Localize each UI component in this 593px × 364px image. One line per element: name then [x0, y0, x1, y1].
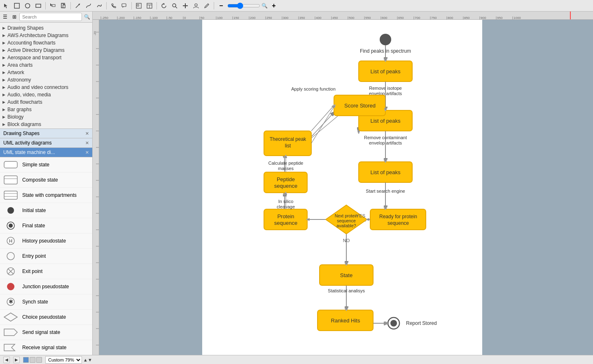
- category-audit[interactable]: ▶ Audit flowcharts: [0, 98, 92, 106]
- panel-uml-state[interactable]: UML state machine di... ✕: [0, 148, 92, 157]
- category-aws[interactable]: ▶ AWS Architecture Diagrams: [0, 32, 92, 39]
- shape-item-initial-state[interactable]: Initial state: [0, 203, 92, 218]
- zoom-plus-btn[interactable]: +: [269, 1, 278, 10]
- page-tool-btn[interactable]: [59, 1, 68, 10]
- page-next-btn[interactable]: ▶: [13, 357, 20, 363]
- zoom-value: 🔍: [261, 3, 268, 9]
- zoom-fit-btn[interactable]: [170, 1, 179, 10]
- category-arrow: ▶: [2, 63, 5, 67]
- panel-grid-btn[interactable]: ⊞: [10, 13, 18, 21]
- category-label: AWS Architecture Diagrams: [7, 33, 68, 38]
- shape-item-entry-point[interactable]: Entry point: [0, 249, 92, 264]
- connection-tool-btn[interactable]: [73, 1, 82, 10]
- panel-uml-activity[interactable]: UML activity diagrams ✕: [0, 138, 92, 148]
- svg-rect-23: [4, 191, 17, 199]
- svg-rect-118: [99, 20, 202, 355]
- panel-drawing-shapes[interactable]: Drawing Shapes ✕: [0, 129, 92, 138]
- composite-state-icon: [3, 174, 18, 186]
- shape-label: State with compartments: [22, 192, 77, 198]
- shape-item-receive-signal[interactable]: Receive signal state: [0, 340, 92, 355]
- shape-item-send-signal[interactable]: Send signal state: [0, 325, 92, 340]
- select-tool-btn[interactable]: [2, 1, 11, 10]
- close-panel-activity[interactable]: ✕: [85, 140, 89, 146]
- category-av-media[interactable]: ▶ Audio, video, media: [0, 91, 92, 98]
- shape-search-input[interactable]: [19, 13, 82, 21]
- protein-seq-rect[interactable]: [264, 209, 307, 230]
- zoom-dropdown[interactable]: Custom 79% 50% 75% 100% 150% 200%: [45, 356, 82, 364]
- swimlane-tool-btn[interactable]: [145, 1, 154, 10]
- category-label: Astronomy: [7, 77, 31, 83]
- svg-marker-40: [4, 344, 15, 351]
- multi-select-btn[interactable]: [48, 1, 57, 10]
- category-arrow: ▶: [2, 70, 5, 75]
- page-tab-3[interactable]: [36, 357, 42, 363]
- category-audio-video[interactable]: ▶ Audio and video connectors: [0, 84, 92, 91]
- close-panel-drawing[interactable]: ✕: [85, 131, 89, 136]
- svg-text:650: 650: [398, 16, 404, 20]
- svg-rect-95: [93, 20, 99, 355]
- end-inner: [390, 320, 397, 327]
- zoom-slider[interactable]: [227, 2, 260, 9]
- phone-tool-btn[interactable]: [109, 1, 118, 10]
- svg-text:600: 600: [382, 16, 388, 20]
- shape-item-junction[interactable]: Junction pseudostate: [0, 279, 92, 294]
- shape-item-choice[interactable]: Choice pseudostate: [0, 310, 92, 325]
- pointer-tool-btn[interactable]: [12, 1, 21, 10]
- ready-protein-rect[interactable]: [370, 209, 426, 230]
- container-tool-btn[interactable]: [134, 1, 143, 10]
- category-area-charts[interactable]: ▶ Area charts: [0, 61, 92, 69]
- zoom-minus-btn[interactable]: −: [217, 1, 226, 10]
- category-accounting[interactable]: ▶ Accounting flowcharts: [0, 39, 92, 47]
- search-icon-btn[interactable]: 🔍: [83, 13, 91, 21]
- svg-marker-38: [4, 313, 17, 321]
- zoom-stepper[interactable]: ▲▼: [83, 357, 92, 362]
- user-btn[interactable]: [191, 1, 201, 10]
- svg-text:900: 900: [481, 16, 486, 20]
- score-stored-label: Score Stored: [344, 103, 376, 109]
- category-biology[interactable]: ▶ Biology: [0, 113, 92, 121]
- peptide-seq-rect[interactable]: [264, 172, 307, 193]
- main-canvas[interactable]: Find peaks in spectrum List of peaks Rem…: [99, 20, 593, 355]
- pan-tool-btn[interactable]: [181, 1, 190, 10]
- category-drawing-shapes[interactable]: ▶ Drawing Shapes: [0, 24, 92, 32]
- bezier-tool-btn[interactable]: [84, 1, 93, 10]
- category-active-directory[interactable]: ▶ Active Directory Diagrams: [0, 47, 92, 54]
- close-panel-state[interactable]: ✕: [85, 150, 89, 155]
- shape-item-synch-state[interactable]: ✱ Synch state: [0, 294, 92, 310]
- panel-header: ☰ ⊞ 🔍: [0, 12, 92, 23]
- category-aerospace[interactable]: ▶ Aerospace and transport: [0, 54, 92, 61]
- pen-tool-btn[interactable]: [202, 1, 211, 10]
- rect-tool-btn[interactable]: [34, 1, 43, 10]
- shape-label: Simple state: [22, 162, 49, 168]
- category-block-diagrams[interactable]: ▶ Block diagrams: [0, 121, 92, 128]
- svg-rect-0: [14, 3, 19, 8]
- callout-tool-btn[interactable]: [120, 1, 129, 10]
- panel-menu-btn[interactable]: ☰: [1, 13, 9, 21]
- canvas-area[interactable]: -250 -200 -150 -100 -50 0 50 100 150 200…: [93, 12, 593, 355]
- page-tab-1[interactable]: [23, 357, 29, 363]
- svg-text:100: 100: [217, 16, 223, 20]
- category-astronomy[interactable]: ▶ Astronomy: [0, 76, 92, 84]
- state-compartments-icon: [3, 189, 18, 201]
- category-bar-graphs[interactable]: ▶ Bar graphs: [0, 106, 92, 113]
- category-arrow: ▶: [2, 107, 5, 112]
- category-artwork[interactable]: ▶ Artwork: [0, 69, 92, 76]
- apply-scoring-label: Apply scoring function: [291, 86, 336, 91]
- main-toolbar: − 🔍 +: [0, 0, 593, 12]
- ellipse-tool-btn[interactable]: [23, 1, 32, 10]
- svg-text:250: 250: [266, 16, 272, 20]
- freehand-tool-btn[interactable]: [95, 1, 104, 10]
- category-label: Accounting flowcharts: [7, 40, 56, 46]
- category-label: Artwork: [7, 70, 24, 75]
- refresh-btn[interactable]: [159, 1, 168, 10]
- shape-item-state-compartments[interactable]: State with compartments: [0, 188, 92, 203]
- shape-item-simple-state[interactable]: Simple state: [0, 157, 92, 173]
- page-tab-2[interactable]: [30, 357, 35, 363]
- shape-item-composite-state[interactable]: Composite state: [0, 173, 92, 188]
- shape-item-history-pseudostate[interactable]: H History pseudostate: [0, 233, 92, 249]
- category-arrow: ▶: [2, 33, 5, 37]
- shape-item-exit-point[interactable]: Exit point: [0, 264, 92, 279]
- svg-rect-3: [52, 5, 55, 7]
- page-prev-btn[interactable]: ◀: [3, 357, 10, 363]
- shape-item-final-state[interactable]: Final state: [0, 218, 92, 233]
